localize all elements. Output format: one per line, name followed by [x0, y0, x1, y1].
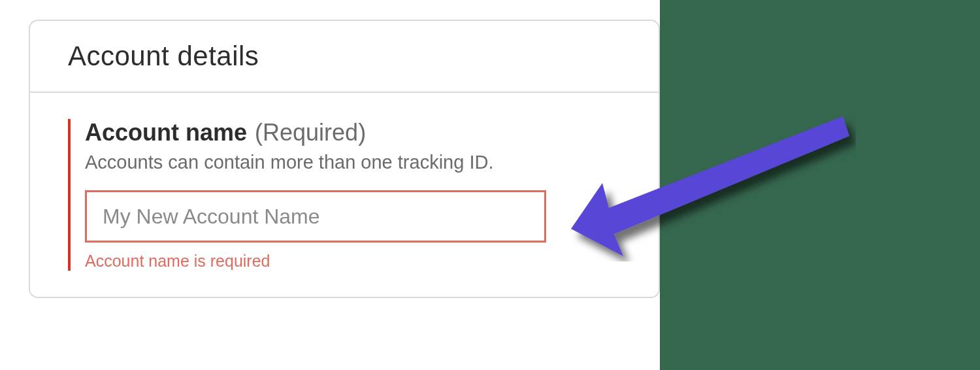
page-wrapper: Account details Account name (Required) … — [0, 0, 980, 370]
field-description: Accounts can contain more than one track… — [85, 152, 621, 173]
account-name-field-group: Account name (Required) Accounts can con… — [68, 119, 621, 271]
account-name-input[interactable] — [85, 190, 546, 243]
card-header: Account details — [30, 21, 659, 93]
account-name-error: Account name is required — [85, 252, 621, 271]
field-label-row: Account name (Required) — [85, 119, 621, 146]
account-details-card: Account details Account name (Required) … — [29, 20, 660, 298]
card-title: Account details — [68, 41, 621, 72]
required-indicator: (Required) — [255, 119, 366, 146]
card-body: Account name (Required) Accounts can con… — [30, 93, 659, 297]
account-name-label: Account name — [85, 119, 247, 146]
sidebar-backdrop — [660, 0, 980, 370]
